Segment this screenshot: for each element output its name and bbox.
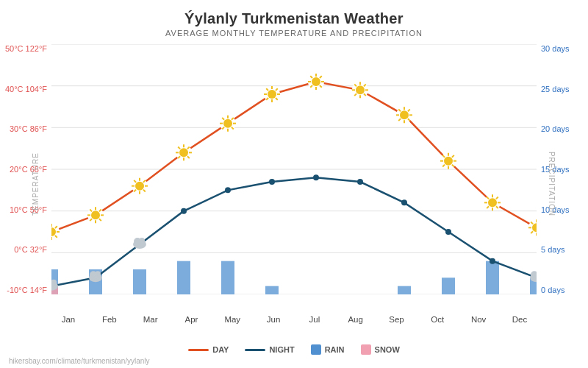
legend-day: DAY <box>188 345 229 354</box>
legend-night: NIGHT <box>245 345 294 354</box>
legend-rain-label: RAIN <box>325 345 345 354</box>
y-left-label: 50°C 122°F <box>5 44 47 53</box>
y-right-label: 25 days <box>541 85 570 93</box>
svg-point-21 <box>181 208 187 214</box>
svg-rect-15 <box>486 261 499 294</box>
svg-point-158 <box>139 238 145 244</box>
legend-snow: SNOW <box>361 344 400 355</box>
svg-rect-11 <box>221 261 234 294</box>
legend-snow-box <box>361 344 371 355</box>
x-month-label: Jul <box>298 315 331 324</box>
y-right-label: 30 days <box>541 44 570 53</box>
y-left-label: 0°C 32°F <box>14 245 47 254</box>
watermark: hikersbay.com/climate/turkmenistan/yylan… <box>9 357 150 365</box>
y-left-label: 10°C 50°F <box>10 205 47 214</box>
chart-subtitle: AVERAGE MONTHLY TEMPERATURE AND PRECIPIT… <box>0 29 588 38</box>
svg-point-129 <box>444 157 453 166</box>
x-axis: JanFebMarAprMayJunJulAugSepOctNovDec <box>51 315 537 324</box>
legend-day-line <box>188 349 209 351</box>
legend-rain-box <box>311 344 321 355</box>
svg-point-28 <box>490 258 495 264</box>
legend-night-label: NIGHT <box>269 345 294 354</box>
x-month-label: Mar <box>134 315 168 324</box>
x-month-label: May <box>215 315 249 324</box>
svg-point-23 <box>269 179 275 185</box>
x-month-label: Sep <box>380 315 414 324</box>
y-left-label: 40°C 104°F <box>5 85 47 93</box>
svg-point-22 <box>225 187 231 193</box>
svg-point-25 <box>357 179 363 185</box>
chart-title: Ýylanly Turkmenistan Weather <box>0 0 588 27</box>
x-month-label: Feb <box>93 315 126 324</box>
svg-point-155 <box>95 271 101 277</box>
y-left-label: 30°C 86°F <box>10 124 47 133</box>
x-month-label: Jun <box>257 315 290 324</box>
y-right-label: 20 days <box>541 124 570 133</box>
svg-point-69 <box>179 148 188 157</box>
x-month-label: Oct <box>420 315 454 324</box>
legend: DAY NIGHT RAIN SNOW <box>0 344 588 355</box>
x-month-label: Aug <box>339 315 373 324</box>
x-month-label: Apr <box>174 315 208 324</box>
y-axis-left: 50°C 122°F40°C 104°F30°C 86°F20°C 68°F10… <box>0 44 51 294</box>
svg-point-139 <box>488 198 497 207</box>
svg-point-59 <box>135 182 144 191</box>
y-axis-title-right: PRECIPITATION <box>547 152 555 216</box>
svg-rect-14 <box>442 277 455 294</box>
svg-point-79 <box>223 119 232 128</box>
x-month-label: Jan <box>51 315 85 324</box>
svg-point-99 <box>312 77 320 86</box>
svg-point-49 <box>91 210 100 219</box>
x-month-label: Nov <box>462 315 495 324</box>
chart-container: Ýylanly Turkmenistan Weather AVERAGE MON… <box>0 0 588 368</box>
y-right-label: 5 days <box>541 245 564 254</box>
svg-rect-13 <box>398 286 411 294</box>
svg-point-119 <box>400 110 409 119</box>
svg-point-109 <box>356 85 365 94</box>
y-axis-title-left: TEMPERATURE <box>32 152 40 216</box>
y-left-label: 20°C 68°F <box>10 165 47 174</box>
svg-point-24 <box>313 174 319 180</box>
y-right-label: 0 days <box>541 286 564 294</box>
y-left-label: -10°C 14°F <box>7 286 47 294</box>
legend-snow-label: SNOW <box>375 345 400 354</box>
svg-point-27 <box>445 229 451 235</box>
y-axis-right: 30 days25 days20 days15 days10 days5 day… <box>537 44 588 294</box>
svg-rect-10 <box>177 261 190 294</box>
x-month-label: Dec <box>503 315 537 324</box>
legend-night-line <box>245 349 265 351</box>
svg-rect-9 <box>133 269 146 294</box>
legend-rain: RAIN <box>311 344 345 355</box>
legend-day-label: DAY <box>212 345 229 354</box>
svg-rect-12 <box>265 286 279 294</box>
svg-point-89 <box>268 90 276 99</box>
main-chart <box>51 44 537 294</box>
svg-point-26 <box>401 199 407 205</box>
